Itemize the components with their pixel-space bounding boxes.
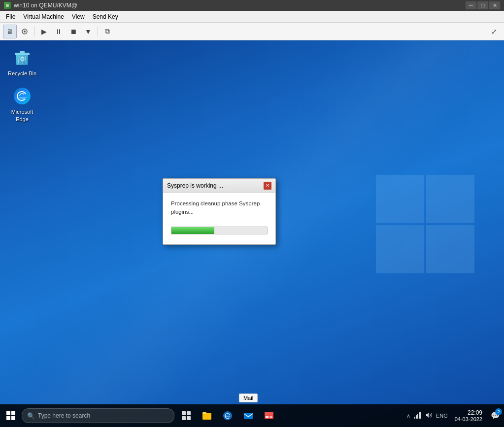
svg-text:♻: ♻ — [20, 56, 25, 63]
start-button[interactable] — [0, 404, 22, 427]
pause-button[interactable]: ⏸ — [52, 25, 66, 38]
clock-time: 22:09 — [468, 409, 482, 416]
win-logo-pane-tl — [376, 175, 424, 223]
mail-tooltip: Mail — [239, 394, 258, 402]
progress-bar-fill — [171, 227, 214, 234]
taskbar: 🔍 Type here to search — [0, 404, 504, 427]
fullscreen-button[interactable]: ⤢ — [487, 25, 501, 38]
desktop-icons: ♻ Recycle Bin — [5, 45, 39, 125]
play-button[interactable]: ▶ — [37, 25, 51, 38]
svg-rect-17 — [182, 416, 186, 420]
qemu-icon: 🖥 — [4, 2, 11, 9]
app-taskbar-icon — [264, 410, 274, 421]
clock-date: 04-03-2022 — [455, 416, 482, 422]
vm-content: ♻ Recycle Bin — [0, 40, 504, 427]
tray-chevron-icon[interactable]: ∧ — [405, 413, 411, 419]
language-indicator[interactable]: ENG — [435, 413, 449, 419]
usb-button[interactable] — [18, 25, 32, 38]
recycle-bin-label: Recycle Bin — [8, 70, 36, 77]
svg-rect-25 — [266, 416, 269, 418]
taskbar-clock[interactable]: 22:09 04-03-2022 — [451, 409, 486, 422]
toolbar-right: ⤢ — [487, 25, 501, 38]
app-taskbar-button[interactable] — [259, 404, 279, 427]
svg-rect-32 — [420, 412, 421, 419]
display-button[interactable]: 🖥 — [3, 25, 17, 38]
task-view-button[interactable] — [176, 404, 196, 427]
mail-taskbar-button[interactable]: Mail — [238, 404, 258, 427]
taskbar-search[interactable]: 🔍 Type here to search — [22, 408, 174, 423]
file-explorer-button[interactable] — [197, 404, 217, 427]
search-placeholder: Type here to search — [38, 412, 90, 419]
toolbar-separator-2 — [98, 27, 98, 36]
dialog-title: Sysprep is working ... — [167, 182, 223, 189]
dialog-body: Processing cleanup phase Sysprep plugins… — [163, 193, 275, 244]
volume-icon[interactable] — [424, 412, 433, 420]
svg-rect-5 — [20, 51, 25, 53]
maximize-button[interactable]: □ — [477, 1, 488, 9]
taskbar-items: Mail — [176, 404, 279, 427]
menu-send-key[interactable]: Send Key — [89, 12, 122, 21]
svg-rect-27 — [269, 417, 272, 418]
menu-virtual-machine[interactable]: Virtual Machine — [19, 12, 68, 21]
edge-taskbar-button[interactable] — [218, 404, 237, 427]
dropdown-button[interactable]: ▼ — [81, 25, 95, 38]
svg-point-21 — [223, 411, 232, 420]
microsoft-edge-icon[interactable]: Microsoft Edge — [5, 84, 39, 125]
edge-image — [12, 86, 33, 106]
progress-bar-container — [171, 227, 268, 234]
menu-bar: File Virtual Machine View Send Key — [0, 11, 504, 23]
svg-rect-13 — [6, 416, 10, 420]
edge-taskbar-icon — [222, 410, 233, 421]
toolbar-separator-1 — [34, 27, 34, 36]
sysprep-dialog: Sysprep is working ... ✕ Processing clea… — [163, 178, 276, 245]
recycle-bin-icon[interactable]: ♻ Recycle Bin — [5, 45, 39, 79]
dialog-close-button[interactable]: ✕ — [264, 182, 271, 190]
svg-rect-22 — [244, 413, 253, 419]
window-controls: ─ □ ✕ — [466, 1, 500, 9]
svg-rect-11 — [6, 411, 10, 415]
svg-rect-14 — [11, 416, 15, 420]
win-logo-pane-bl — [376, 225, 424, 273]
notification-badge: 2 — [495, 408, 502, 415]
svg-rect-18 — [187, 416, 191, 420]
svg-point-1 — [24, 31, 26, 33]
dialog-title-bar: Sysprep is working ... ✕ — [163, 179, 275, 193]
title-bar: 🖥 win10 on QEMU/KVM@ ─ □ ✕ — [0, 0, 504, 11]
svg-rect-16 — [187, 411, 191, 415]
svg-rect-26 — [269, 416, 272, 417]
recycle-bin-image: ♻ — [12, 47, 33, 68]
win-desktop[interactable]: ♻ Recycle Bin — [0, 40, 504, 427]
edge-label: Microsoft Edge — [7, 108, 37, 123]
notification-center-button[interactable]: 💬 2 — [486, 404, 504, 427]
system-tray: ∧ — [403, 404, 451, 427]
svg-rect-24 — [265, 412, 273, 415]
dialog-message: Processing cleanup phase Sysprep plugins… — [171, 199, 268, 217]
minimize-button[interactable]: ─ — [466, 1, 476, 9]
win-logo-pane-br — [426, 225, 474, 273]
task-view-icon — [181, 410, 192, 421]
close-button[interactable]: ✕ — [489, 1, 500, 9]
svg-rect-12 — [11, 411, 15, 415]
svg-rect-30 — [417, 414, 418, 419]
svg-rect-31 — [419, 412, 420, 419]
screenshot-button[interactable]: ⧉ — [101, 25, 114, 38]
window-title: win10 on QEMU/KVM@ — [14, 2, 77, 9]
win-logo-pane-tr — [426, 175, 474, 223]
network-icon[interactable] — [413, 412, 422, 420]
svg-rect-29 — [416, 415, 417, 419]
search-icon: 🔍 — [27, 412, 35, 420]
qemu-window: 🖥 win10 on QEMU/KVM@ ─ □ ✕ File Virtual … — [0, 0, 504, 427]
mail-taskbar-icon — [243, 410, 254, 421]
menu-view[interactable]: View — [68, 12, 89, 21]
taskbar-right: ∧ — [403, 404, 504, 427]
toolbar: 🖥 ▶ ⏸ ⏹ ▼ ⧉ ⤢ — [0, 23, 504, 40]
svg-point-10 — [14, 88, 31, 104]
windows-logo-watermark — [376, 175, 474, 273]
stop-button[interactable]: ⏹ — [67, 25, 80, 38]
title-bar-left: 🖥 win10 on QEMU/KVM@ — [4, 2, 77, 9]
svg-rect-20 — [202, 412, 206, 414]
svg-rect-15 — [182, 411, 186, 415]
file-explorer-icon — [202, 410, 212, 421]
menu-file[interactable]: File — [2, 12, 19, 21]
svg-rect-28 — [414, 417, 415, 419]
